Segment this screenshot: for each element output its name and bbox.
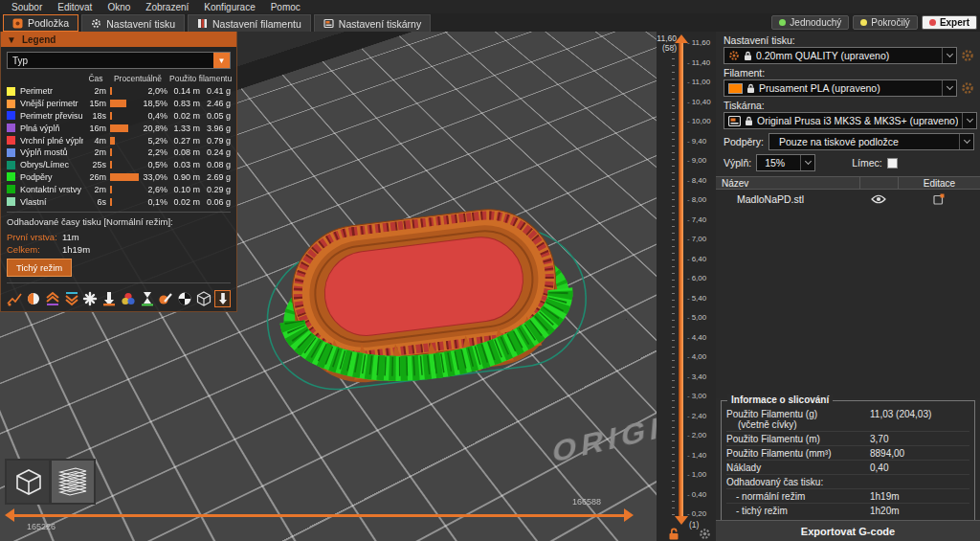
object-row[interactable]: MadloNaPD.stl bbox=[716, 190, 980, 209]
view-type-select[interactable]: Typ ▼ bbox=[7, 52, 231, 69]
supports-value: Pouze na tiskové podložce bbox=[773, 136, 955, 147]
z-slider-bottom-handle[interactable] bbox=[675, 516, 688, 525]
legend-row-weight: 3.96 g bbox=[202, 124, 231, 133]
supports-label: Podpěry: bbox=[724, 136, 764, 147]
z-tick: -10,00 bbox=[687, 118, 716, 125]
legend-row[interactable]: Vnější perimetr 15m 18,5% 0.83 m 2.46 g bbox=[7, 98, 231, 110]
legend-row[interactable]: Výplň mostů 2m 2,2% 0.08 m 0.24 g bbox=[7, 147, 231, 159]
name-column-header: Název bbox=[716, 178, 859, 189]
seams-icon[interactable] bbox=[82, 290, 99, 307]
chevron-down-icon bbox=[942, 48, 956, 63]
tab-printer-settings[interactable]: Nastavení tiskárny bbox=[314, 14, 431, 32]
print-settings-gear-button[interactable] bbox=[961, 49, 974, 62]
brim-checkbox[interactable] bbox=[887, 158, 898, 169]
lock-icon[interactable] bbox=[668, 527, 679, 541]
mode-expert-button[interactable]: Expert bbox=[922, 15, 977, 30]
printer-select[interactable]: Original Prusa i3 MK3S & MK3S+ (upraveno… bbox=[724, 112, 977, 129]
tab-printer-settings-label: Nastavení tiskárny bbox=[339, 18, 421, 30]
menu-pomoc[interactable]: Pomoc bbox=[263, 2, 308, 12]
legend-row-time: 2m bbox=[85, 185, 106, 194]
legend-color-swatch bbox=[7, 100, 15, 108]
legend-row-length: 0.10 m bbox=[169, 185, 200, 194]
menu-editovat[interactable]: Editovat bbox=[50, 2, 100, 12]
supports-select[interactable]: Pouze na tiskové podložce bbox=[768, 133, 974, 150]
stealth-mode-button[interactable]: Tichý režim bbox=[7, 259, 72, 277]
hslider-left-handle[interactable] bbox=[5, 508, 14, 522]
menu-soubor[interactable]: Soubor bbox=[4, 2, 50, 12]
hslider-right-handle[interactable] bbox=[624, 508, 634, 522]
z-tick: -0,20 bbox=[687, 510, 716, 518]
infill-select[interactable]: 15% bbox=[756, 154, 815, 171]
tab-plater-label: Podložka bbox=[28, 17, 69, 29]
3d-viewport[interactable]: ORIGINAL bbox=[0, 32, 657, 541]
info-row: Odhadovaný čas tisku: bbox=[726, 474, 969, 488]
wipe-icon[interactable] bbox=[26, 290, 42, 307]
tool-marker-icon[interactable] bbox=[101, 290, 118, 307]
filament-select[interactable]: Prusament PLA (upraveno) bbox=[724, 79, 957, 97]
edit-object-icon[interactable] bbox=[898, 193, 980, 205]
preview-options-gear-icon[interactable] bbox=[699, 527, 711, 541]
legend-row[interactable]: Perimetr 2m 2,0% 0.14 m 0.41 g bbox=[7, 85, 231, 98]
legend-row-bar bbox=[108, 100, 139, 107]
visibility-eye-icon[interactable] bbox=[859, 194, 898, 204]
legend-row-percent: 2,2% bbox=[141, 147, 167, 157]
legend-row[interactable]: Plná výplň 16m 20,8% 1.33 m 3.96 g bbox=[7, 122, 231, 134]
legend-row-label: Perimetr bbox=[20, 86, 83, 96]
print-settings-label: Nastavení tisku: bbox=[724, 34, 972, 46]
legend-row[interactable]: Vrchní plné výplně 4m 5,2% 0.27 m 0.79 g bbox=[7, 134, 231, 147]
layers-icon bbox=[55, 463, 91, 500]
retractions-icon[interactable] bbox=[44, 290, 60, 307]
legend-row-length: 0.83 m bbox=[169, 99, 200, 108]
legend-row-bar bbox=[108, 137, 139, 145]
3d-view-button[interactable] bbox=[7, 461, 49, 503]
z-slider-track[interactable] bbox=[679, 43, 683, 516]
color-changes-icon[interactable] bbox=[120, 290, 136, 307]
menu-zobrazeni[interactable]: Zobrazení bbox=[138, 2, 196, 12]
legend-row-length: 0.27 m bbox=[169, 136, 200, 146]
legend-row[interactable]: Podpěry 26m 33,0% 0.90 m 2.69 g bbox=[7, 171, 231, 184]
legend-row-time: 26m bbox=[85, 172, 106, 182]
center-of-mass-icon[interactable] bbox=[177, 290, 193, 307]
z-tick: -11,40 bbox=[687, 59, 716, 67]
legend-row[interactable]: Obrys/Límec 25s 0,5% 0.03 m 0.08 g bbox=[7, 159, 231, 171]
layers-view-button[interactable] bbox=[52, 461, 94, 503]
horizontal-layer-slider[interactable] bbox=[13, 514, 628, 517]
legend-row-length: 0.03 m bbox=[169, 160, 200, 169]
mode-advanced-dot bbox=[860, 19, 867, 26]
sliced-model[interactable] bbox=[260, 194, 590, 395]
mode-simple-button[interactable]: Jednoduchý bbox=[771, 15, 849, 30]
z-slider-top-handle[interactable] bbox=[675, 34, 688, 43]
lock-icon bbox=[745, 116, 753, 126]
deretractions-icon[interactable] bbox=[63, 290, 79, 307]
legend-pin-icon[interactable] bbox=[214, 290, 231, 307]
mode-expert-label: Expert bbox=[940, 17, 969, 28]
z-tick: -3,40 bbox=[687, 373, 716, 381]
legend-row[interactable]: Perimetr převisu 18s 0,4% 0.02 m 0.05 g bbox=[7, 110, 231, 123]
z-slider-strip: 11,60 (58) -11,60 -11,40 -11,00 -10,40 -… bbox=[657, 32, 716, 541]
z-tick: -7,00 bbox=[687, 236, 716, 243]
print-settings-select[interactable]: 0.20mm QUALITY (upraveno) bbox=[724, 47, 957, 64]
pause-icon[interactable] bbox=[139, 290, 155, 307]
z-tick: -1,40 bbox=[687, 452, 716, 460]
menu-konfigurace[interactable]: Konfigurace bbox=[196, 2, 262, 12]
legend-row-label: Výplň mostů bbox=[20, 147, 83, 157]
object-list: MadloNaPD.stl bbox=[716, 190, 980, 398]
legend-row[interactable]: Kontaktní vrstvy podpěr 2m 2,6% 0.10 m 0… bbox=[7, 183, 231, 195]
chevron-down-icon bbox=[959, 134, 973, 149]
tab-print-settings[interactable]: Nastavení tisku bbox=[81, 14, 185, 32]
shells-icon[interactable] bbox=[195, 290, 212, 307]
custom-gcode-icon[interactable] bbox=[158, 290, 174, 307]
z-tick: -8,00 bbox=[687, 196, 716, 204]
mode-advanced-button[interactable]: Pokročilý bbox=[853, 15, 918, 30]
tab-plater[interactable]: Podložka bbox=[3, 14, 78, 32]
total-time-label: Celkem: bbox=[7, 244, 62, 255]
legend-header[interactable]: ▼ Legend bbox=[1, 32, 236, 47]
export-gcode-button[interactable]: Exportovat G-code bbox=[716, 520, 980, 541]
legend-row[interactable]: Vlastní 6s 0,1% 0.02 m 0.06 g bbox=[7, 195, 231, 208]
filament-gear-button[interactable] bbox=[961, 81, 974, 95]
tab-filament-settings[interactable]: Nastavení filamentu bbox=[188, 14, 311, 32]
info-row: - tichý režim 1h20m bbox=[726, 503, 969, 517]
travel-icon[interactable] bbox=[7, 290, 23, 307]
menu-okno[interactable]: Okno bbox=[100, 2, 138, 12]
dropdown-arrow-icon: ▼ bbox=[213, 53, 230, 68]
